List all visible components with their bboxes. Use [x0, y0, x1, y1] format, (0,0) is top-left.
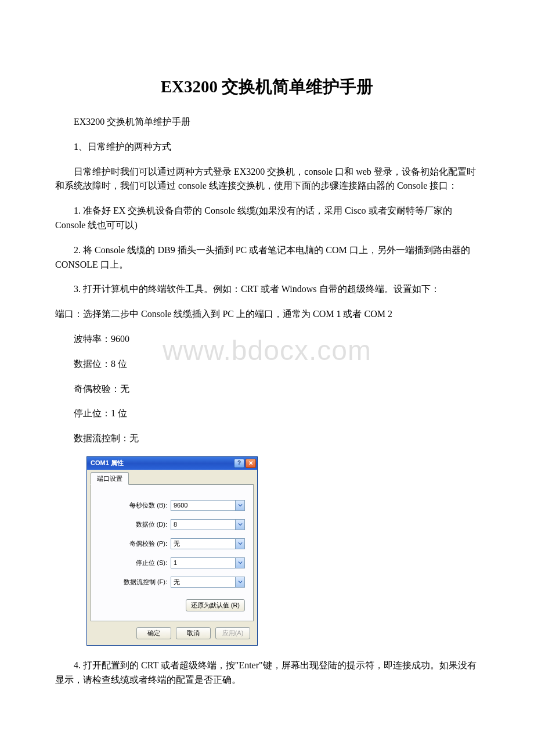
combo-stopbits[interactable]: 1 — [171, 557, 245, 568]
combo-bps[interactable]: 9600 — [171, 500, 245, 511]
com-properties-dialog: COM1 属性 ? ✕ 端口设置 每秒位数 (B): 9600 — [86, 456, 258, 646]
apply-button[interactable]: 应用(A) — [215, 627, 250, 639]
chevron-down-icon[interactable] — [235, 520, 244, 530]
dialog-titlebar[interactable]: COM1 属性 ? ✕ — [87, 457, 257, 470]
combo-parity-value: 无 — [171, 539, 235, 548]
combo-flow-value: 无 — [171, 578, 235, 586]
combo-bps-value: 9600 — [171, 502, 235, 509]
field-row-databits: 数据位 (D): 8 — [99, 519, 245, 530]
page-title: EX3200 交换机简单维护手册 — [55, 75, 479, 99]
step-3: 3. 打开计算机中的终端软件工具。例如：CRT 或者 Windows 自带的超级… — [55, 282, 479, 297]
field-row-parity: 奇偶校验 (P): 无 — [99, 538, 245, 549]
setting-baud: 波特率：9600 — [55, 332, 479, 347]
ok-button[interactable]: 确定 — [136, 627, 171, 639]
combo-databits-value: 8 — [171, 521, 235, 528]
step-2: 2. 将 Console 线缆的 DB9 插头一头插到 PC 或者笔记本电脑的 … — [55, 243, 479, 272]
field-row-stopbits: 停止位 (S): 1 — [99, 557, 245, 568]
field-row-bps: 每秒位数 (B): 9600 — [99, 500, 245, 511]
combo-stopbits-value: 1 — [171, 559, 235, 566]
label-stopbits: 停止位 (S): — [107, 559, 171, 567]
tab-port-settings[interactable]: 端口设置 — [91, 472, 129, 485]
tab-strip: 端口设置 — [91, 472, 254, 485]
setting-flowctrl: 数据流控制：无 — [55, 431, 479, 446]
label-databits: 数据位 (D): — [107, 520, 171, 529]
doc-subtitle: EX3200 交换机简单维护手册 — [55, 115, 479, 129]
label-parity: 奇偶校验 (P): — [107, 539, 171, 548]
step-1: 1. 准备好 EX 交换机设备自带的 Console 线缆(如果没有的话，采用 … — [55, 204, 479, 233]
restore-defaults-button[interactable]: 还原为默认值 (R) — [186, 599, 245, 611]
label-bps: 每秒位数 (B): — [107, 501, 171, 510]
chevron-down-icon[interactable] — [235, 501, 244, 510]
field-row-flow: 数据流控制 (F): 无 — [99, 577, 245, 588]
setting-stopbits: 停止位：1 位 — [55, 406, 479, 421]
setting-port: 端口：选择第二步中 Console 线缆插入到 PC 上的端口，通常为 COM … — [55, 307, 479, 322]
help-button[interactable]: ? — [234, 459, 244, 468]
chevron-down-icon[interactable] — [235, 558, 244, 568]
chevron-down-icon[interactable] — [235, 539, 244, 549]
section-heading-1: 1、日常维护的两种方式 — [55, 140, 479, 154]
label-flow: 数据流控制 (F): — [107, 578, 171, 586]
combo-databits[interactable]: 8 — [171, 519, 245, 530]
dialog-title: COM1 属性 — [91, 459, 124, 467]
setting-databits: 数据位：8 位 — [55, 357, 479, 372]
tab-panel: 每秒位数 (B): 9600 数据位 (D): 8 — [91, 485, 254, 621]
chevron-down-icon[interactable] — [235, 577, 244, 587]
combo-flow[interactable]: 无 — [171, 577, 245, 588]
setting-parity: 奇偶校验：无 — [55, 382, 479, 397]
combo-parity[interactable]: 无 — [171, 538, 245, 549]
cancel-button[interactable]: 取消 — [176, 627, 211, 639]
paragraph-intro: 日常维护时我们可以通过两种方式登录 EX3200 交换机，console 口和 … — [55, 165, 479, 194]
close-button[interactable]: ✕ — [246, 459, 256, 468]
step-4: 4. 打开配置到的 CRT 或者超级终端，按"Enter"键，屏幕出现登陆的提示… — [55, 658, 479, 687]
